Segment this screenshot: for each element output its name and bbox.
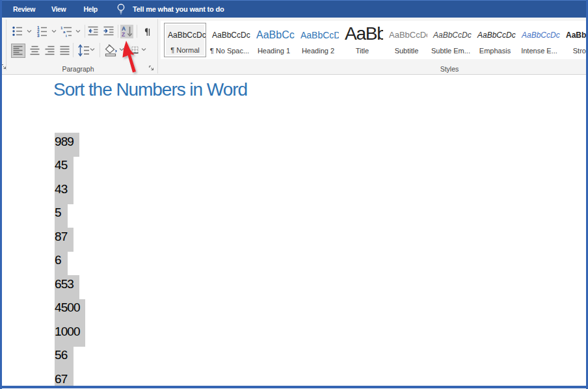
svg-text:i: i bbox=[66, 34, 67, 38]
svg-text:3: 3 bbox=[37, 33, 40, 38]
